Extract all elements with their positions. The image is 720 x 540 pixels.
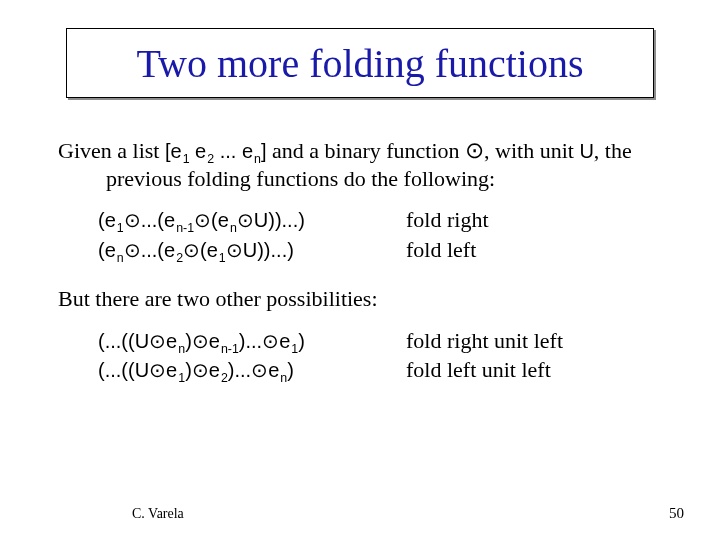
expr-c: ⊙(e (194, 209, 229, 231)
expr-d: ) (287, 359, 294, 381)
expr-b: ⊙...(e (124, 209, 175, 231)
expr-b: )⊙e (185, 359, 220, 381)
intro-sub1: 1 (182, 152, 190, 166)
expr-c-sub: n (279, 371, 287, 385)
intro-sub2: 2 (206, 152, 214, 166)
intro-paragraph: Given a list [e1 e2 ... en] and a binary… (58, 136, 670, 192)
expr-c-sub: 1 (218, 251, 226, 265)
fold-block-1: (e1⊙...(en-1⊙(en⊙U))...) fold right (en⊙… (98, 206, 670, 263)
intro-dots: ... e (214, 140, 253, 162)
fold-label: fold left (406, 236, 476, 264)
expr-c-sub: n (229, 221, 237, 235)
fold-label: fold right (406, 206, 489, 234)
expr-b-sub: n-1 (175, 221, 194, 235)
intro-mid: and a binary function (267, 138, 466, 163)
expr-b: )⊙e (185, 330, 220, 352)
intro-subn: n (253, 152, 261, 166)
title-container: Two more folding functions (66, 28, 654, 98)
intro-list: [e1 e2 ... en] (165, 140, 267, 162)
intro-after-op: , with unit (484, 138, 579, 163)
intro-unit: U (579, 140, 593, 162)
intro-e2: e (190, 140, 207, 162)
fold-expr: (...((U⊙en)⊙en-1)...⊙e1) (98, 329, 406, 354)
expr-a-sub: n (177, 342, 185, 356)
expr-b-sub: n-1 (220, 342, 239, 356)
expr-a-sub: 1 (116, 221, 124, 235)
fold-label: fold right unit left (406, 327, 563, 355)
expr-d: ⊙U))...) (237, 209, 305, 231)
fold-row: (...((U⊙en)⊙en-1)...⊙e1) fold right unit… (98, 327, 670, 355)
expr-a: (e (98, 239, 116, 261)
fold-expr: (...((U⊙e1)⊙e2)...⊙en) (98, 358, 406, 383)
fold-label: fold left unit left (406, 356, 551, 384)
intro-prefix: Given a list (58, 138, 165, 163)
expr-c: ⊙(e (183, 239, 218, 261)
slide-title: Two more folding functions (136, 40, 583, 87)
page-number: 50 (669, 505, 684, 522)
fold-expr: (en⊙...(e2⊙(e1⊙U))...) (98, 238, 406, 263)
expr-a: (...((U⊙e (98, 359, 177, 381)
expr-a-sub: 1 (177, 371, 185, 385)
expr-b-sub: 2 (220, 371, 228, 385)
expr-d: ⊙U))...) (226, 239, 294, 261)
footer-author: C. Varela (132, 506, 184, 522)
fold-row: (...((U⊙e1)⊙e2)...⊙en) fold left unit le… (98, 356, 670, 384)
expr-a: (...((U⊙e (98, 330, 177, 352)
body: Given a list [e1 e2 ... en] and a binary… (58, 136, 670, 406)
mid-paragraph: But there are two other possibilities: (58, 285, 670, 313)
fold-row: (e1⊙...(en-1⊙(en⊙U))...) fold right (98, 206, 670, 234)
expr-c: )...⊙e (239, 330, 290, 352)
operator-symbol: ⊙ (465, 137, 484, 163)
fold-block-2: (...((U⊙en)⊙en-1)...⊙e1) fold right unit… (98, 327, 670, 384)
expr-d: ) (298, 330, 305, 352)
expr-a-sub: n (116, 251, 124, 265)
expr-c: )...⊙e (228, 359, 279, 381)
intro-list-open: [e (165, 140, 182, 162)
expr-b: ⊙...(e (124, 239, 175, 261)
slide: Two more folding functions Given a list … (0, 0, 720, 540)
expr-b-sub: 2 (175, 251, 183, 265)
fold-expr: (e1⊙...(en-1⊙(en⊙U))...) (98, 208, 406, 233)
expr-a: (e (98, 209, 116, 231)
fold-row: (en⊙...(e2⊙(e1⊙U))...) fold left (98, 236, 670, 264)
